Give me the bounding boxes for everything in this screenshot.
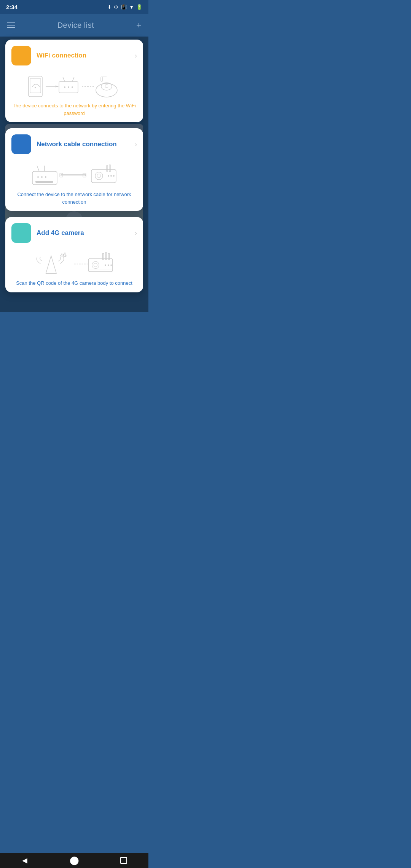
4g-illustration: 4G ® xyxy=(5,247,143,279)
svg-point-10 xyxy=(72,86,73,88)
page-title: Device list xyxy=(57,21,94,30)
wifi-connection-card[interactable]: WiFi connection › xyxy=(5,40,143,122)
wifi-illustration xyxy=(5,70,143,102)
svg-rect-49 xyxy=(88,270,112,271)
svg-point-48 xyxy=(110,264,112,266)
4g-diagram-svg: 4G ® xyxy=(11,251,137,277)
network-cable-card[interactable]: Network cable connection › xyxy=(5,128,143,211)
svg-rect-43 xyxy=(103,253,104,260)
network-cable-chevron-icon: › xyxy=(135,140,137,148)
download-icon: ⬇ xyxy=(107,4,112,10)
svg-point-46 xyxy=(105,264,106,266)
wifi-card-header: WiFi connection › xyxy=(5,40,143,70)
wifi-card-title: WiFi connection xyxy=(37,52,129,59)
svg-point-13 xyxy=(101,83,112,90)
wifi-icon: ▼ xyxy=(129,4,134,10)
vibrate-icon: 📳 xyxy=(121,4,127,10)
status-bar: 2:34 ⬇ ⚙ 📳 ▼ 🔋 xyxy=(0,0,148,14)
svg-rect-25 xyxy=(60,173,63,177)
svg-point-32 xyxy=(108,175,109,177)
network-cable-description: Connect the device to the network cable … xyxy=(5,191,143,211)
status-time: 2:34 xyxy=(6,4,18,10)
battery-icon: 🔋 xyxy=(136,4,142,10)
4g-chevron-icon: › xyxy=(135,229,137,237)
4g-card-description: Scan the QR code of the 4G camera body t… xyxy=(5,279,143,292)
svg-point-2 xyxy=(35,87,36,88)
network-cable-title: Network cable connection xyxy=(37,140,129,148)
svg-point-34 xyxy=(113,175,115,177)
svg-rect-31 xyxy=(109,165,110,172)
cable-diagram-svg xyxy=(11,162,137,188)
svg-point-28 xyxy=(95,172,103,180)
svg-rect-15 xyxy=(101,77,102,81)
svg-point-41 xyxy=(92,262,99,269)
network-cable-icon xyxy=(11,134,31,154)
network-cable-illustration xyxy=(5,159,143,191)
svg-point-14 xyxy=(105,85,108,88)
svg-point-29 xyxy=(97,174,101,178)
4g-camera-card[interactable]: Add 4G camera › 4G ® xyxy=(5,217,143,292)
svg-rect-24 xyxy=(61,174,86,176)
svg-rect-44 xyxy=(105,252,107,260)
svg-rect-0 xyxy=(29,76,42,97)
app-header: Device list + xyxy=(0,14,148,37)
svg-point-9 xyxy=(68,86,69,88)
connection-modal: WiFi connection › xyxy=(0,37,148,312)
wifi-diagram-svg xyxy=(11,73,137,100)
svg-rect-45 xyxy=(108,253,110,260)
add-device-button[interactable]: + xyxy=(136,20,142,30)
svg-line-18 xyxy=(37,166,39,171)
svg-rect-23 xyxy=(35,181,53,183)
wifi-card-icon xyxy=(11,46,31,65)
svg-line-6 xyxy=(63,77,65,81)
network-cable-header: Network cable connection › xyxy=(5,128,143,159)
svg-rect-30 xyxy=(107,166,108,171)
svg-point-42 xyxy=(94,263,97,267)
4g-card-title: Add 4G camera xyxy=(37,229,129,237)
svg-line-7 xyxy=(72,77,74,81)
wifi-chevron-icon: › xyxy=(135,52,137,60)
svg-point-33 xyxy=(110,175,112,177)
status-icons: ⬇ ⚙ 📳 ▼ 🔋 xyxy=(107,4,142,10)
svg-point-47 xyxy=(108,264,109,266)
4g-card-icon xyxy=(11,223,31,243)
wifi-card-description: The device connects to the network by en… xyxy=(5,102,143,122)
settings-icon: ⚙ xyxy=(114,4,118,10)
svg-point-22 xyxy=(45,176,46,178)
svg-text:®: ® xyxy=(64,252,66,255)
4g-card-header: Add 4G camera › xyxy=(5,217,143,247)
svg-point-20 xyxy=(37,176,39,178)
menu-button[interactable] xyxy=(7,22,15,28)
svg-point-21 xyxy=(41,176,43,178)
svg-point-8 xyxy=(64,86,65,88)
